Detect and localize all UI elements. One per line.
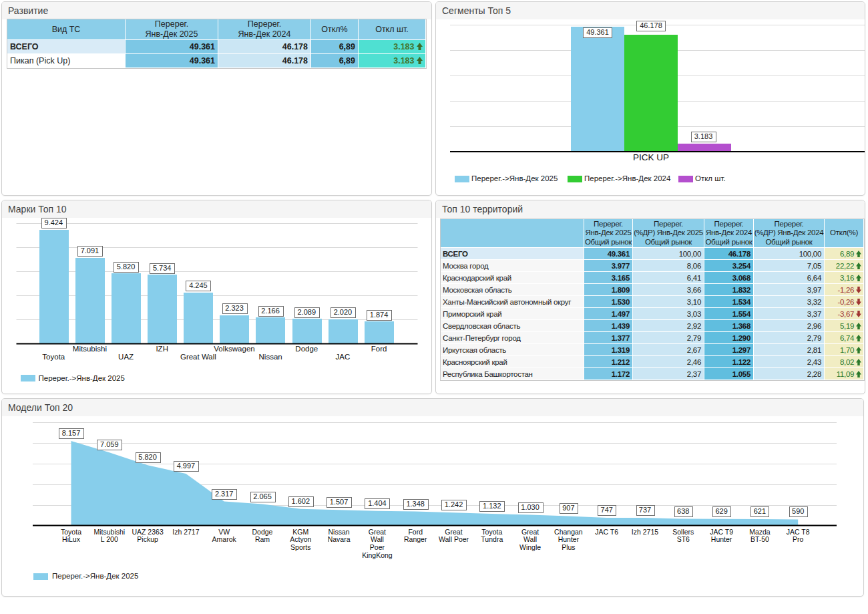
svg-text:Ranger: Ranger bbox=[404, 535, 427, 543]
svg-text:747: 747 bbox=[601, 506, 613, 514]
svg-text:1.404: 1.404 bbox=[368, 499, 387, 507]
svg-text:5.820: 5.820 bbox=[138, 453, 157, 461]
svg-text:Changan: Changan bbox=[554, 528, 583, 536]
svg-text:Actyon: Actyon bbox=[290, 535, 311, 543]
svg-text:Volkswagen: Volkswagen bbox=[214, 345, 254, 353]
svg-text:JAC T6: JAC T6 bbox=[595, 528, 618, 536]
svg-text:Great: Great bbox=[369, 528, 386, 536]
svg-text:Plus: Plus bbox=[562, 543, 575, 551]
svg-text:Nissan: Nissan bbox=[329, 528, 350, 536]
svg-text:590: 590 bbox=[792, 507, 804, 515]
svg-text:L 200: L 200 bbox=[101, 535, 118, 543]
svg-text:Nissan: Nissan bbox=[259, 353, 282, 361]
svg-text:Dodge: Dodge bbox=[295, 345, 318, 353]
svg-text:737: 737 bbox=[639, 506, 651, 514]
svg-text:ST6: ST6 bbox=[677, 535, 690, 543]
svg-text:Sollers: Sollers bbox=[672, 528, 694, 536]
svg-text:Dodge: Dodge bbox=[252, 528, 273, 536]
svg-text:Izh 2717: Izh 2717 bbox=[172, 528, 199, 536]
svg-text:5.820: 5.820 bbox=[117, 263, 136, 271]
svg-text:1.348: 1.348 bbox=[406, 500, 425, 508]
svg-text:2.065: 2.065 bbox=[253, 492, 272, 500]
svg-text:8.157: 8.157 bbox=[62, 429, 81, 437]
svg-text:Great Wall: Great Wall bbox=[180, 353, 216, 361]
svg-text:9.424: 9.424 bbox=[45, 218, 63, 226]
svg-text:1.030: 1.030 bbox=[521, 503, 539, 511]
svg-text:Toyota: Toyota bbox=[61, 528, 81, 536]
svg-text:Ram: Ram bbox=[255, 535, 270, 543]
svg-text:Amarok: Amarok bbox=[212, 535, 237, 543]
svg-text:1.242: 1.242 bbox=[445, 500, 463, 508]
svg-text:2.317: 2.317 bbox=[215, 490, 234, 498]
svg-text:Mitsubishi: Mitsubishi bbox=[93, 528, 125, 536]
svg-text:BT-50: BT-50 bbox=[750, 535, 769, 543]
svg-text:2.089: 2.089 bbox=[298, 308, 316, 316]
svg-text:KingKong: KingKong bbox=[362, 551, 393, 559]
svg-text:JAC T9: JAC T9 bbox=[710, 528, 733, 536]
svg-text:1.602: 1.602 bbox=[292, 497, 310, 505]
svg-text:1.132: 1.132 bbox=[483, 502, 501, 510]
svg-text:2.020: 2.020 bbox=[334, 308, 353, 316]
svg-text:Mazda: Mazda bbox=[749, 528, 771, 536]
svg-text:4.997: 4.997 bbox=[177, 462, 196, 470]
svg-text:Wall: Wall bbox=[523, 535, 537, 543]
svg-text:Tundra: Tundra bbox=[481, 535, 503, 543]
svg-text:JAC T8: JAC T8 bbox=[787, 528, 810, 536]
svg-text:Hunter: Hunter bbox=[711, 535, 732, 543]
svg-text:Wingle: Wingle bbox=[519, 543, 541, 551]
svg-text:Navara: Navara bbox=[328, 535, 351, 543]
svg-text:JAC: JAC bbox=[336, 353, 351, 361]
svg-text:UAZ 2363: UAZ 2363 bbox=[132, 528, 163, 536]
svg-text:2.323: 2.323 bbox=[225, 304, 244, 312]
svg-text:Wall Poer: Wall Poer bbox=[439, 535, 469, 543]
svg-text:1.507: 1.507 bbox=[330, 498, 349, 506]
svg-text:PICK UP: PICK UP bbox=[633, 152, 669, 162]
svg-text:Toyota: Toyota bbox=[481, 528, 502, 536]
svg-text:Great: Great bbox=[521, 528, 539, 536]
svg-text:1.874: 1.874 bbox=[370, 311, 389, 319]
svg-text:Poer: Poer bbox=[370, 543, 385, 551]
svg-text:HiLux: HiLux bbox=[62, 535, 81, 543]
svg-text:907: 907 bbox=[562, 504, 574, 512]
svg-text:3.183: 3.183 bbox=[694, 132, 713, 140]
svg-text:Hunter: Hunter bbox=[558, 535, 580, 543]
svg-text:Ford: Ford bbox=[371, 345, 387, 353]
svg-text:638: 638 bbox=[677, 507, 689, 515]
svg-text:Great: Great bbox=[445, 528, 462, 536]
svg-text:VW: VW bbox=[218, 528, 230, 536]
svg-text:49.361: 49.361 bbox=[586, 28, 609, 36]
svg-text:5.734: 5.734 bbox=[153, 264, 172, 272]
svg-text:IZH: IZH bbox=[156, 345, 168, 353]
svg-text:Mitsubishi: Mitsubishi bbox=[73, 345, 107, 353]
svg-text:2.166: 2.166 bbox=[261, 307, 280, 315]
svg-text:Pro: Pro bbox=[793, 535, 804, 543]
svg-text:UAZ: UAZ bbox=[118, 353, 134, 361]
svg-text:Pickup: Pickup bbox=[137, 535, 158, 543]
svg-text:Sports: Sports bbox=[290, 543, 310, 551]
svg-text:Ford: Ford bbox=[408, 528, 423, 536]
svg-text:7.091: 7.091 bbox=[81, 247, 99, 255]
svg-text:7.059: 7.059 bbox=[100, 440, 119, 448]
svg-text:KGM: KGM bbox=[292, 528, 308, 536]
svg-text:4.245: 4.245 bbox=[189, 281, 208, 289]
svg-text:Wall: Wall bbox=[371, 535, 384, 543]
svg-text:629: 629 bbox=[715, 507, 727, 515]
svg-text:46.178: 46.178 bbox=[640, 21, 662, 29]
svg-text:Toyota: Toyota bbox=[42, 353, 65, 361]
svg-text:621: 621 bbox=[754, 507, 766, 515]
svg-text:Izh 2715: Izh 2715 bbox=[632, 528, 658, 536]
